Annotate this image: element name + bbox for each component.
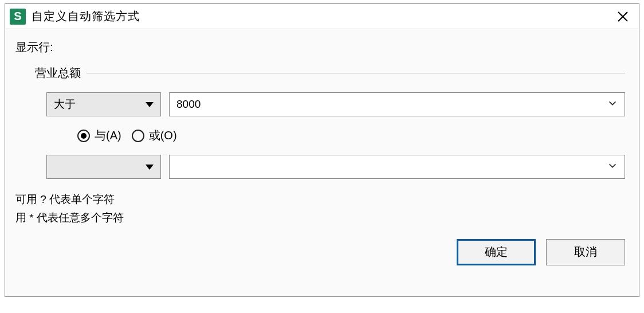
value-combo-1[interactable] bbox=[169, 92, 625, 116]
dialog-buttons: 确定 取消 bbox=[15, 239, 629, 265]
operator-select-2[interactable] bbox=[46, 155, 161, 179]
radio-or-label: 或(O) bbox=[149, 128, 177, 143]
criteria-row-2 bbox=[46, 155, 625, 179]
caret-down-icon bbox=[146, 165, 154, 170]
criteria-row-1: 大于 bbox=[46, 92, 625, 116]
ok-button[interactable]: 确定 bbox=[457, 239, 536, 265]
filter-fieldset: 营业总额 大于 与(A) bbox=[35, 65, 625, 179]
value-input-1[interactable] bbox=[176, 98, 607, 111]
hint-line-2: 用 * 代表任意多个字符 bbox=[15, 209, 629, 227]
operator-select-1[interactable]: 大于 bbox=[46, 92, 161, 116]
field-name-label: 营业总额 bbox=[35, 65, 81, 81]
radio-or[interactable]: 或(O) bbox=[132, 128, 177, 143]
close-button[interactable] bbox=[612, 6, 633, 27]
legend-divider bbox=[87, 73, 625, 73]
radio-icon bbox=[132, 130, 144, 142]
cancel-button[interactable]: 取消 bbox=[546, 239, 625, 265]
logic-radio-group: 与(A) 或(O) bbox=[77, 128, 625, 143]
dialog-title: 自定义自动筛选方式 bbox=[32, 9, 612, 24]
show-rows-label: 显示行: bbox=[15, 40, 629, 55]
combo-1-dropdown-button[interactable] bbox=[607, 98, 618, 111]
chevron-down-icon bbox=[607, 161, 618, 171]
chevron-down-icon bbox=[607, 98, 618, 108]
combo-2-dropdown-button[interactable] bbox=[607, 161, 618, 174]
operator-select-1-value: 大于 bbox=[54, 97, 146, 112]
hint-line-1: 可用 ? 代表单个字符 bbox=[15, 190, 629, 209]
radio-icon bbox=[77, 130, 90, 142]
wildcard-hints: 可用 ? 代表单个字符 用 * 代表任意多个字符 bbox=[15, 190, 629, 228]
close-icon bbox=[617, 11, 629, 22]
titlebar: S 自定义自动筛选方式 bbox=[5, 4, 639, 29]
caret-down-icon bbox=[146, 102, 154, 107]
field-legend-row: 营业总额 bbox=[35, 65, 625, 81]
radio-and[interactable]: 与(A) bbox=[77, 128, 121, 143]
value-input-2[interactable] bbox=[176, 161, 607, 173]
app-icon: S bbox=[10, 9, 26, 25]
value-combo-2[interactable] bbox=[169, 155, 625, 179]
custom-autofilter-dialog: S 自定义自动筛选方式 显示行: 营业总额 大于 bbox=[5, 3, 639, 297]
radio-and-label: 与(A) bbox=[95, 128, 121, 143]
dialog-body: 显示行: 营业总额 大于 bbox=[5, 29, 639, 273]
